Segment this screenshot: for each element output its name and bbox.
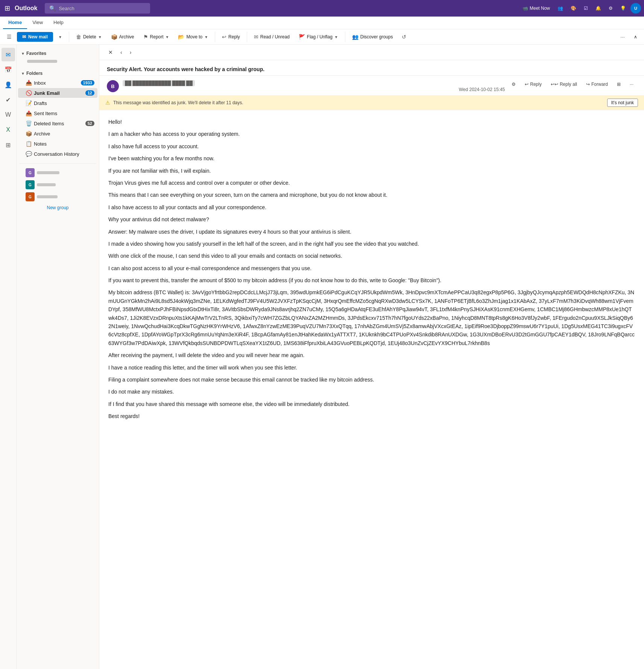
chevron-up-icon: ∧ (634, 34, 637, 40)
waffle-icon[interactable]: ⊞ (3, 3, 12, 14)
avatar[interactable]: U (630, 3, 641, 14)
sidebar-toggle-button[interactable]: ☰ (3, 32, 15, 42)
email-body: Hello!I am a hacker who has access to yo… (99, 110, 644, 669)
more-button[interactable]: ··· (617, 32, 629, 42)
nav-apps-icon[interactable]: ⊞ (2, 138, 15, 152)
sender-name-row: ██ ████████████ ████ ██ (123, 80, 505, 86)
report-button[interactable]: ⚑ Report ▼ (140, 32, 173, 42)
people-icon: 👥 (557, 6, 563, 11)
inbox-label: Inbox (34, 80, 46, 86)
nav-excel-icon[interactable]: X (2, 123, 15, 137)
settings-icon: ⚙ (609, 6, 613, 11)
sidebar-item-sent[interactable]: 📤 Sent Items (18, 108, 97, 118)
top-bar-right: 📹 Meet Now 👥 🎨 ☑ 🔔 ⚙ 💡 U (519, 3, 641, 14)
move-icon: 📂 (178, 34, 184, 40)
report-icon: ⚑ (143, 34, 148, 40)
notes-icon: 📋 (26, 141, 32, 147)
email-body-paragraph: If I find that you have shared this mess… (108, 400, 635, 408)
notes-label: Notes (34, 141, 47, 147)
reply-button[interactable]: ↩ Reply (218, 32, 244, 42)
junk-warning-bar: ⚠ This message was identified as junk. W… (99, 96, 644, 110)
sidebar-item-fav1[interactable] (18, 58, 97, 65)
new-mail-button[interactable]: ✉ New mail (17, 32, 53, 42)
settings-icon-btn[interactable]: ⚙ (606, 3, 616, 13)
nav-word-icon[interactable]: W (2, 108, 15, 122)
search-input[interactable] (59, 6, 146, 11)
help-icon-btn[interactable]: 💡 (617, 3, 629, 13)
nav-tasks-icon[interactable]: ✔ (2, 93, 15, 106)
email-forward-button[interactable]: ↪ Forward (583, 80, 611, 88)
email-body-paragraph: Best regards! (108, 412, 635, 420)
favorites-header[interactable]: ▼ Favorites (17, 48, 99, 58)
top-bar: ⊞ Outlook 🔍 📹 Meet Now 👥 🎨 ☑ 🔔 ⚙ 💡 U (0, 0, 644, 17)
email-reply-all-button[interactable]: ↩↩ Reply all (548, 80, 580, 88)
email-body-paragraph: I've been watching you for a few months … (108, 154, 635, 163)
flag-unflag-button[interactable]: 🚩 Flag / Unflag ▼ (295, 32, 342, 42)
search-box[interactable]: 🔍 (45, 3, 150, 14)
favorites-label: Favorites (26, 51, 46, 56)
sidebar-item-junk[interactable]: 🚫 Junk Email 12 (18, 88, 97, 98)
tab-view[interactable]: View (27, 17, 48, 29)
divider-4 (345, 32, 345, 42)
reply-icon-meta: ↩ (525, 82, 529, 87)
email-settings-button[interactable]: ⚙ (509, 80, 519, 88)
undo-button[interactable]: ↺ (398, 32, 410, 42)
junk-icon: 🚫 (26, 90, 32, 96)
meet-now-button[interactable]: 📹 Meet Now (519, 3, 553, 13)
not-junk-button[interactable]: It's not junk (607, 99, 638, 107)
sidebar-item-drafts[interactable]: 📝 Drafts (18, 98, 97, 108)
inbox-badge: 1933 (81, 80, 94, 85)
divider-2 (215, 32, 215, 42)
read-unread-button[interactable]: ✉ Read / Unread (250, 32, 293, 42)
email-nav-bar: ✕ ‹ › (99, 45, 644, 60)
close-email-button[interactable]: ✕ (105, 48, 116, 57)
nav-contacts-icon[interactable]: 👤 (2, 78, 15, 91)
search-icon: 🔍 (49, 5, 56, 11)
flag-arrow-icon: ▼ (334, 35, 338, 39)
tab-help[interactable]: Help (48, 17, 69, 29)
delete-arrow-icon: ▼ (98, 35, 102, 39)
sidebar-item-inbox[interactable]: 📥 Inbox 1933 (18, 78, 97, 88)
sidebar-group-3[interactable]: G (20, 191, 96, 203)
sidebar-item-deleted[interactable]: 🗑️ Deleted Items 52 (18, 119, 97, 128)
reply-icon: ↩ (222, 34, 226, 40)
folders-header[interactable]: ▼ Folders (17, 68, 99, 78)
sidebar-group-2[interactable]: G (20, 179, 96, 191)
next-email-button[interactable]: › (127, 48, 135, 57)
email-body-paragraph: I do not make any mistakes. (108, 388, 635, 396)
archive-button[interactable]: 📦 Archive (107, 32, 138, 42)
todo-icon-btn[interactable]: ☑ (581, 3, 591, 13)
email-timestamp: Wed 2024-10-02 15:45 (123, 87, 505, 92)
new-group-button[interactable]: New group (20, 203, 96, 213)
new-mail-dropdown[interactable]: ▼ (55, 33, 66, 41)
sticker-icon-btn[interactable]: 🎨 (568, 3, 579, 13)
main-layout: ✉ 📅 👤 ✔ W X ⊞ ▼ Favorites ▼ Folders 📥 In… (0, 45, 644, 669)
email-body-paragraph: If you are not familiar with this, I wil… (108, 167, 635, 175)
reply-all-icon: ↩↩ (551, 82, 558, 87)
nav-mail-icon[interactable]: ✉ (2, 48, 15, 61)
sidebar-item-conversation[interactable]: 💬 Conversation History (18, 149, 97, 159)
nav-icons: ✉ 📅 👤 ✔ W X ⊞ (0, 45, 17, 669)
tab-home[interactable]: Home (3, 17, 27, 29)
more-icon: ··· (620, 34, 625, 40)
folders-chevron-icon: ▼ (21, 71, 25, 76)
move-to-button[interactable]: 📂 Move to ▼ (174, 32, 212, 42)
email-overflow-button[interactable]: ··· (627, 80, 636, 88)
nav-calendar-icon[interactable]: 📅 (2, 63, 15, 76)
email-reply-button[interactable]: ↩ Reply (522, 80, 545, 88)
drafts-icon: 📝 (26, 100, 32, 106)
ribbon-tabs: Home View Help (0, 17, 644, 29)
bell-icon-btn[interactable]: 🔔 (592, 3, 604, 13)
inbox-icon: 📥 (26, 80, 32, 86)
sidebar-item-notes[interactable]: 📋 Notes (18, 139, 97, 149)
people-icon-btn[interactable]: 👥 (554, 3, 566, 13)
email-more-button[interactable]: ⊞ (614, 80, 624, 88)
delete-button[interactable]: 🗑 Delete ▼ (72, 32, 106, 42)
divider-1 (69, 32, 69, 42)
discover-groups-button[interactable]: 👥 Discover groups (348, 32, 397, 42)
email-body-paragraph: I have a notice reading this letter, and… (108, 363, 635, 372)
collapse-ribbon-button[interactable]: ∧ (630, 32, 641, 41)
prev-email-button[interactable]: ‹ (117, 48, 125, 57)
sidebar-group-1[interactable]: G (20, 167, 96, 179)
sidebar-item-archive[interactable]: 📦 Archive (18, 129, 97, 138)
